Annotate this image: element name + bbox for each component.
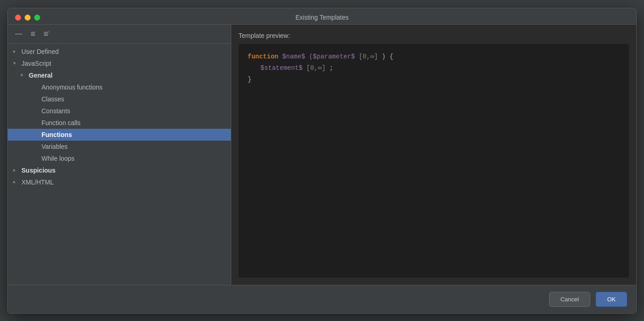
ok-button[interactable]: OK — [596, 292, 627, 307]
tree-item-label: Functions — [42, 131, 72, 138]
tree-item-functions[interactable]: Functions — [8, 129, 231, 141]
footer: Cancel OK — [8, 285, 636, 313]
tree-item-while-loops[interactable]: While loops — [8, 153, 231, 164]
tree-item-xml-html[interactable]: XML/HTML — [8, 176, 231, 188]
tree-item-label: User Defined — [21, 48, 59, 55]
tree-container: User Defined JavaScript General Anonymou… — [8, 44, 231, 285]
chevron-icon — [33, 108, 40, 114]
tree-item-function-calls[interactable]: Function calls — [8, 117, 231, 129]
title-bar: Existing Templates — [8, 8, 636, 24]
tree-item-label: Constants — [42, 107, 70, 115]
tree-item-user-defined[interactable]: User Defined — [8, 46, 231, 58]
tree-item-label: General — [29, 72, 52, 79]
tree-item-label: While loops — [42, 155, 74, 162]
tree-item-constants[interactable]: Constants — [8, 105, 231, 117]
param-parameter: ($parameter$ — [309, 53, 355, 60]
cancel-button[interactable]: Cancel — [549, 292, 590, 307]
left-panel: — ≡ ≡↑ User Defined JavaScript — [8, 25, 231, 285]
closing-brace: } — [248, 76, 251, 83]
preview-label: Template preview: — [239, 32, 629, 39]
chevron-icon — [33, 84, 40, 90]
tree-item-label: Variables — [42, 143, 68, 150]
code-line-2: $statement$ [0,∞] ; — [248, 63, 620, 74]
tree-item-label: Anonymous functions — [42, 84, 103, 91]
code-line-1: function $name$ ($parameter$ [0,∞] ) { — [248, 51, 620, 63]
chevron-icon — [13, 179, 20, 185]
chevron-icon — [13, 60, 20, 67]
tree-item-label: XML/HTML — [21, 179, 54, 186]
keyword-function: function — [248, 53, 278, 60]
param-name: $name$ — [282, 53, 305, 60]
line2-semi: ; — [329, 64, 333, 72]
tree-item-classes[interactable]: Classes — [8, 93, 231, 105]
line1-end: ) { — [382, 53, 393, 60]
dialog: Existing Templates — ≡ ≡↑ User Defi — [7, 8, 637, 314]
minimize-button[interactable] — [25, 15, 31, 21]
right-panel: Template preview: function $name$ ($para… — [231, 25, 636, 285]
collapse-selected-icon: ≡↑ — [44, 29, 50, 39]
tree-item-suspicious[interactable]: Suspicious — [8, 164, 231, 176]
dialog-title: Existing Templates — [296, 14, 348, 21]
range-2: [0,∞] — [306, 64, 326, 72]
tree-item-anonymous-functions[interactable]: Anonymous functions — [8, 81, 231, 93]
tree-item-general[interactable]: General — [8, 69, 231, 81]
chevron-icon — [33, 120, 40, 126]
tree-item-label: Classes — [42, 95, 64, 103]
tree-item-label: Function calls — [42, 119, 81, 126]
expand-selected-icon: ≡ — [31, 29, 36, 39]
chevron-icon — [33, 155, 40, 162]
tree-item-label: Suspicious — [21, 167, 56, 174]
close-button[interactable] — [15, 15, 21, 21]
chevron-icon — [21, 72, 27, 79]
range-1: [0,∞] — [359, 53, 378, 60]
chevron-icon — [33, 96, 40, 102]
collapse-all-button[interactable]: — — [13, 29, 24, 39]
chevron-icon — [13, 167, 20, 174]
expand-selected-button[interactable]: ≡ — [29, 28, 37, 40]
tree-item-variables[interactable]: Variables — [8, 141, 231, 153]
toolbar: — ≡ ≡↑ — [8, 25, 231, 44]
window-controls — [15, 15, 40, 21]
collapse-selected-button[interactable]: ≡↑ — [42, 28, 52, 40]
tree-item-label: JavaScript — [21, 60, 51, 67]
collapse-all-icon: — — [15, 30, 22, 38]
chevron-icon — [13, 48, 20, 55]
maximize-button[interactable] — [34, 15, 40, 21]
content-area: — ≡ ≡↑ User Defined JavaScript — [8, 24, 636, 285]
tree-item-javascript[interactable]: JavaScript — [8, 58, 231, 69]
code-line-3: } — [248, 74, 620, 85]
code-preview: function $name$ ($parameter$ [0,∞] ) { $… — [239, 44, 629, 278]
chevron-icon — [33, 143, 40, 150]
chevron-icon — [33, 132, 40, 138]
param-statement: $statement$ — [260, 64, 302, 72]
